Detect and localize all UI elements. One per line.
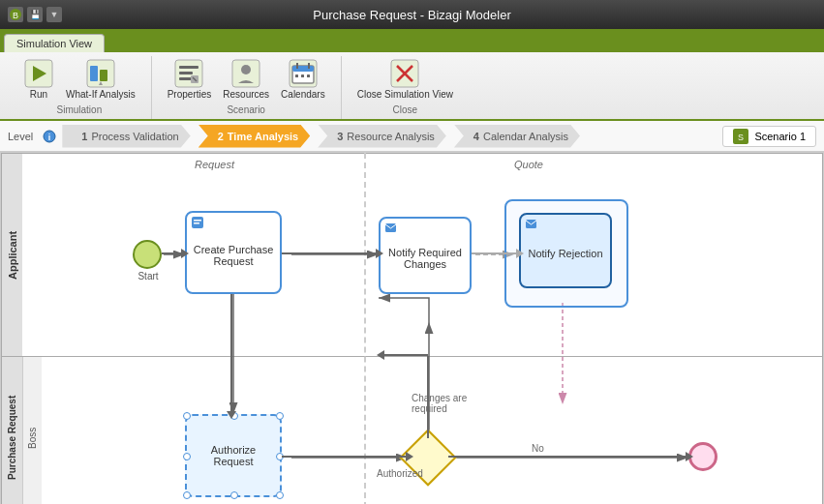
notify-changes-icon: [384, 222, 397, 237]
svg-text:S: S: [738, 133, 744, 142]
purchase-lane-label: Purchase Request: [1, 356, 22, 504]
close-sim-label: Close Simulation View: [357, 89, 453, 101]
ribbon: Run What-If Analysis Simulation: [0, 52, 824, 121]
ribbon-group-scenario: Properties Resources: [152, 56, 342, 119]
authorized-label: Authorized: [377, 468, 423, 479]
more-icon[interactable]: ▼: [46, 7, 62, 22]
level-step-2[interactable]: 2 Time Analysis: [198, 125, 311, 148]
notify-changes-task[interactable]: Notify Required Changes: [379, 217, 472, 294]
level-bar: Level i 1 Process Validation 2 Time Anal…: [0, 121, 824, 152]
close-sim-icon: [389, 58, 420, 89]
simulation-view-tab[interactable]: Simulation View: [4, 34, 105, 52]
authorize-task[interactable]: Authorize Request: [185, 414, 282, 497]
task1-arrowhead: [376, 249, 383, 258]
back-arrowhead: [377, 350, 384, 360]
request-section-label: Request: [195, 159, 234, 170]
info-icon: i: [43, 130, 56, 143]
level-step-3[interactable]: 3 Resource Analysis: [318, 125, 446, 148]
step2-label: Time Analysis: [228, 131, 298, 142]
resources-button[interactable]: Resources: [219, 56, 273, 103]
scenario-group-label: Scenario: [227, 104, 264, 115]
svg-rect-9: [179, 66, 198, 69]
svg-rect-18: [292, 66, 314, 72]
svg-rect-10: [179, 72, 193, 74]
scenario-icon: S: [733, 129, 748, 144]
canvas: Applicant Purchase Request Boss Request …: [0, 152, 824, 504]
auth-gateway-arrow: [282, 456, 408, 458]
quote-section-label: Quote: [514, 159, 543, 170]
start-event[interactable]: [133, 240, 162, 269]
svg-rect-42: [194, 222, 199, 224]
level-step-1[interactable]: 1 Process Validation: [62, 125, 190, 148]
boss-lane-label: Boss: [22, 356, 42, 504]
gateway-end-arrowhead: [686, 452, 693, 461]
start-arrowhead: [181, 249, 189, 258]
task1-arrow: [282, 252, 379, 254]
level-step-4[interactable]: 4 Calendar Analysis: [454, 125, 580, 148]
authorize-label: Authorize Request: [187, 440, 280, 471]
ribbon-group-simulation: Run What-If Analysis Simulation: [8, 56, 152, 119]
svg-rect-6: [100, 70, 107, 81]
notify-changes-label: Notify Required Changes: [381, 243, 470, 274]
notify-rejection-task[interactable]: Notify Rejection: [519, 213, 612, 288]
close-group-label: Close: [393, 104, 418, 115]
properties-button[interactable]: Properties: [164, 56, 216, 103]
resources-icon: [230, 58, 261, 89]
calendars-button[interactable]: Calendars: [277, 56, 329, 103]
simulation-group-label: Simulation: [57, 104, 103, 115]
back-arrow-vert: [427, 356, 429, 438]
notify-rejection-label: Notify Rejection: [524, 244, 606, 263]
create-purchase-label: Create Purchase Request: [187, 240, 280, 271]
whatif-button[interactable]: What-If Analysis: [62, 56, 139, 103]
step2-num: 2: [218, 131, 224, 142]
svg-text:B: B: [13, 11, 18, 20]
start-label: Start: [125, 271, 171, 282]
section-divider: [364, 153, 366, 504]
svg-rect-5: [90, 66, 98, 81]
whatif-label: What-If Analysis: [66, 89, 136, 101]
step3-label: Resource Analysis: [347, 131, 435, 142]
svg-text:i: i: [48, 133, 51, 142]
title-bar: B 💾 ▼ Purchase Request - Bizagi Modeler: [0, 0, 824, 29]
level-text: Level: [8, 131, 33, 142]
changes-required-label: Changes arerequired: [412, 393, 467, 414]
save-icon[interactable]: 💾: [27, 7, 43, 22]
app-icon: B: [8, 7, 23, 22]
applicant-lane-label: Applicant: [1, 153, 22, 356]
step4-num: 4: [473, 131, 479, 142]
task-icon: [191, 216, 204, 232]
step1-label: Process Validation: [91, 131, 178, 142]
vertical-arrow-line: [230, 294, 232, 414]
close-sim-button[interactable]: Close Simulation View: [353, 56, 457, 103]
dashed-arrow: [472, 252, 519, 254]
calendars-label: Calendars: [281, 89, 325, 101]
window-controls[interactable]: B 💾 ▼: [8, 7, 62, 22]
create-purchase-task[interactable]: Create Purchase Request: [185, 211, 282, 294]
svg-rect-23: [307, 74, 310, 77]
resources-label: Resources: [223, 89, 269, 101]
tab-bar: Simulation View: [0, 29, 824, 52]
no-label: No: [532, 443, 544, 454]
svg-rect-21: [295, 74, 298, 77]
run-button[interactable]: Run: [19, 56, 58, 103]
dashed-arrowhead: [516, 249, 524, 258]
svg-point-15: [241, 65, 251, 74]
run-label: Run: [30, 89, 47, 101]
calendars-icon: [288, 58, 319, 89]
arrow-down: [227, 411, 236, 419]
whatif-icon: [85, 58, 116, 89]
step3-num: 3: [337, 131, 343, 142]
run-icon: [23, 58, 54, 89]
ribbon-group-close: Close Simulation View Close: [342, 56, 469, 119]
gateway-end-arrow: [448, 456, 688, 458]
auth-gateway-arrowhead: [406, 452, 413, 461]
notify-rejection-icon: [525, 218, 537, 233]
svg-rect-41: [194, 220, 201, 222]
step4-label: Calendar Analysis: [483, 131, 568, 142]
scenario-label: Scenario 1: [754, 131, 806, 142]
step1-num: 1: [81, 131, 87, 142]
scenario-box[interactable]: S Scenario 1: [722, 126, 816, 147]
app-title: Purchase Request - Bizagi Modeler: [313, 8, 511, 22]
properties-label: Properties: [168, 89, 212, 101]
lane-divider: [1, 356, 823, 357]
